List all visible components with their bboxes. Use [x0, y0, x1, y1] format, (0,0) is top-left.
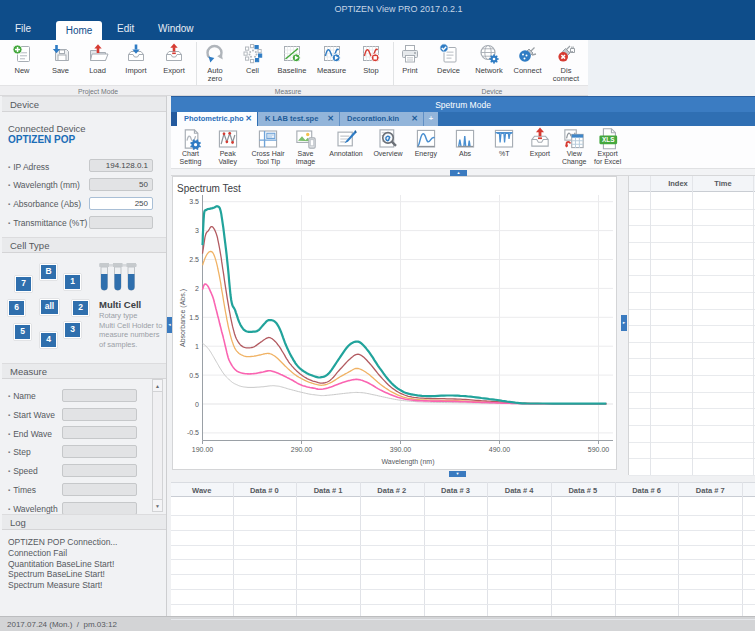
- svg-text:XLS: XLS: [602, 136, 615, 143]
- svg-text:Absorbance (Abs.): Absorbance (Abs.): [179, 289, 187, 347]
- svg-text:190.00: 190.00: [192, 446, 214, 453]
- svg-text:Wavelength (nm): Wavelength (nm): [381, 458, 434, 466]
- svg-text:1.5: 1.5: [189, 314, 199, 321]
- svg-text:3: 3: [195, 227, 199, 234]
- svg-text:1: 1: [195, 343, 199, 350]
- svg-text:390.00: 390.00: [390, 446, 412, 453]
- svg-text:3.5: 3.5: [189, 198, 199, 205]
- svg-text:-0.5: -0.5: [187, 429, 199, 436]
- svg-text:0: 0: [195, 401, 199, 408]
- svg-text:290.00: 290.00: [291, 446, 313, 453]
- svg-text:2.5: 2.5: [189, 256, 199, 263]
- svg-text:2: 2: [195, 285, 199, 292]
- svg-text:0.5: 0.5: [189, 372, 199, 379]
- svg-text:490.00: 490.00: [489, 446, 511, 453]
- svg-text:590.00: 590.00: [588, 446, 610, 453]
